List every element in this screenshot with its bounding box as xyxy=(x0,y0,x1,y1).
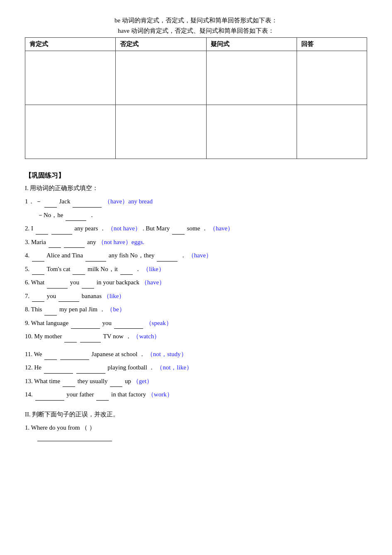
item1-sub-dot: ． xyxy=(89,212,95,218)
exercise-item-8: 8. This my pen pal Jim ． （be） xyxy=(25,303,367,315)
item9-hint: （speak） xyxy=(146,320,172,326)
item11-blank1[interactable] xyxy=(44,359,57,360)
item1-num: 1． xyxy=(25,198,34,205)
exercise-item-12: 12. He playing football ． （not，like） xyxy=(25,362,367,374)
item10-blank2[interactable] xyxy=(80,342,101,342)
item13-hint: （get） xyxy=(133,378,153,384)
item7-blank2[interactable] xyxy=(58,301,79,302)
item12-blank2[interactable] xyxy=(76,373,105,374)
item11-num: 11. We xyxy=(25,351,44,357)
row1-col3 xyxy=(206,51,297,105)
item7-text1: you xyxy=(47,293,58,299)
exercise-item-1-sub: －No，he ． xyxy=(25,209,367,221)
item7-num: 7. xyxy=(25,293,31,299)
item6-text2: in your backpack xyxy=(97,279,141,286)
item2-text2: . But Mary xyxy=(143,225,171,232)
item4-blank3[interactable] xyxy=(157,261,178,262)
intro-block: be 动词的肯定式，否定式，疑问式和简单回答形式如下表： have 动词的肯定式… xyxy=(25,17,367,35)
item8-text: my pen pal Jim ． xyxy=(59,306,105,313)
item7-text2: bananas xyxy=(82,293,103,299)
item2-blank3[interactable] xyxy=(172,234,185,235)
row1-col1 xyxy=(25,51,116,105)
item6-num: 6. What xyxy=(25,279,46,286)
item12-blank1[interactable] xyxy=(44,373,73,374)
item3-blank1[interactable] xyxy=(49,247,61,248)
item4-num: 4. xyxy=(25,252,31,259)
item8-blank1[interactable] xyxy=(44,315,57,315)
item4-blank2[interactable] xyxy=(85,261,106,262)
item7-blank1[interactable] xyxy=(32,301,44,302)
item6-hint: （have） xyxy=(141,279,165,286)
item2-text3: some ． xyxy=(187,225,208,232)
item1-sub-text: －No，he xyxy=(37,212,65,218)
row2-col3 xyxy=(206,105,297,159)
part2-item-1: 1. Where do you from （ ） xyxy=(25,422,367,434)
intro-line2: have 动词的肯定式，否定式、疑问式和简单回答如下表： xyxy=(25,27,367,35)
exercise-section: 【巩固练习】 I. 用动词的正确形式填空： 1． － Jack （have）an… xyxy=(25,171,367,443)
part2-item1-answer-line[interactable] xyxy=(37,441,112,441)
item12-text: playing football ． xyxy=(107,364,155,371)
item4-hint: （have） xyxy=(188,252,212,259)
item1-blank2[interactable] xyxy=(73,207,102,208)
item10-text: TV now ． xyxy=(103,333,131,340)
item5-text2: milk No，it xyxy=(88,266,119,272)
item13-text1: they usually xyxy=(78,378,110,384)
item1-sub-blank[interactable] xyxy=(66,220,86,221)
item2-num: 2. I xyxy=(25,225,35,232)
item9-text1: you xyxy=(102,320,113,326)
col-header-2: 否定式 xyxy=(116,38,206,51)
exercise-item-14: 14. your father in that factory （work） xyxy=(25,389,367,401)
item4-text2: any fish No，they xyxy=(109,252,156,259)
exercise-item-13: 13. What time they usually up （get） xyxy=(25,375,367,387)
item3-blank2[interactable] xyxy=(64,247,85,248)
row1-col4 xyxy=(297,51,367,105)
row2-col2 xyxy=(116,105,206,159)
item5-blank1[interactable] xyxy=(32,274,44,275)
item1-blank1[interactable] xyxy=(44,207,57,208)
item1-dash: － xyxy=(36,198,42,205)
item3-num: 3. Maria xyxy=(25,239,48,245)
item2-hint1: （not have） xyxy=(107,225,141,232)
exercise-item-3: 3. Maria any （not have）eggs. xyxy=(25,236,367,248)
item6-blank1[interactable] xyxy=(47,288,68,289)
item9-blank2[interactable] xyxy=(114,328,143,329)
item5-text1: Tom's cat xyxy=(46,266,72,272)
item5-dot: ． xyxy=(135,266,141,272)
item2-blank1[interactable] xyxy=(36,234,48,235)
item11-hint: （not，study） xyxy=(147,351,187,357)
exercise-item-10: 10. My mother TV now ． （watch） xyxy=(25,330,367,342)
item9-blank1[interactable] xyxy=(71,328,100,329)
item14-text2: in that factory xyxy=(111,391,148,398)
row1-col2 xyxy=(116,51,206,105)
exercise-item-7: 7. you bananas （like） xyxy=(25,290,367,302)
item11-blank2[interactable] xyxy=(60,359,89,360)
item5-blank3[interactable] xyxy=(120,274,133,275)
item6-blank2[interactable] xyxy=(82,288,94,289)
part2-item1-paren: （ ） xyxy=(81,424,95,431)
item13-blank1[interactable] xyxy=(63,386,75,387)
col-header-3: 疑问式 xyxy=(206,38,297,51)
part1-label: I. 用动词的正确形式填空： xyxy=(25,184,367,192)
intro-line1: be 动词的肯定式，否定式，疑问式和简单回答形式如下表： xyxy=(25,17,367,24)
part2-item1-answer-area xyxy=(37,436,367,443)
item13-text2: up xyxy=(125,378,133,384)
item1-hint: （have）any bread xyxy=(104,198,153,205)
item11-text: Japanese at school ． xyxy=(92,351,146,357)
exercise-item-9: 9. What language you （speak） xyxy=(25,317,367,329)
item10-blank1[interactable] xyxy=(64,342,77,342)
item14-hint: （work） xyxy=(148,391,173,398)
item2-hint2: （have） xyxy=(209,225,234,232)
item3-hint: （not have）eggs. xyxy=(98,239,144,245)
item2-blank2[interactable] xyxy=(51,234,72,235)
item2-text1: any pears ． xyxy=(74,225,106,232)
item14-blank1[interactable] xyxy=(35,400,64,401)
item14-blank2[interactable] xyxy=(96,400,109,401)
item13-blank2[interactable] xyxy=(110,386,122,387)
item10-hint: （watch） xyxy=(133,333,160,340)
item6-text1: you xyxy=(70,279,81,286)
item4-text1: Alice and Tina xyxy=(46,252,85,259)
item5-blank2[interactable] xyxy=(73,274,85,275)
item4-dot: ． xyxy=(180,252,186,259)
part2-label: II. 判断下面句子的正误，并改正。 xyxy=(25,411,367,418)
item4-blank1[interactable] xyxy=(32,261,44,262)
